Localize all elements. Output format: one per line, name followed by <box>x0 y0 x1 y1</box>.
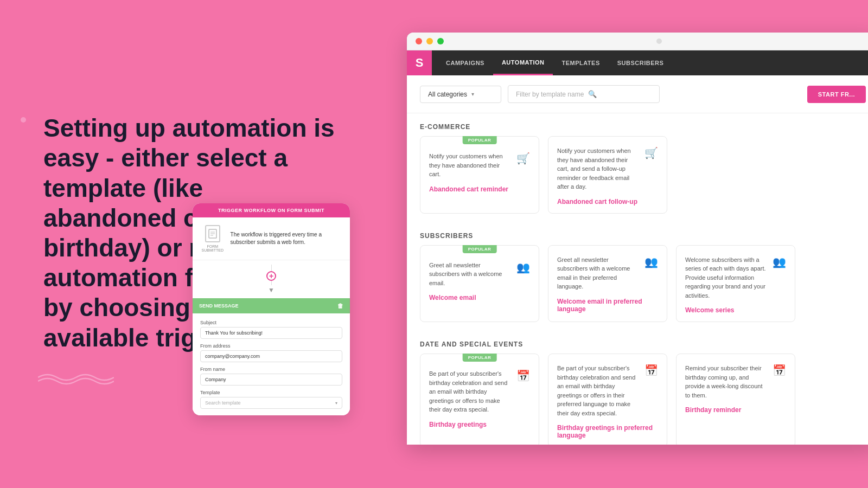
nav-items: CAMPAIGNS AUTOMATION TEMPLATES SUBSCRIBE… <box>432 50 672 75</box>
category-label: All categories <box>428 91 467 98</box>
browser-window: S CAMPAIGNS AUTOMATION TEMPLATES SUBSCRI… <box>407 33 868 445</box>
trigger-content: FORM SUBMITTED The workflow is triggered… <box>193 217 350 260</box>
dot-decoration <box>21 117 26 123</box>
subscribers-icon: 👥 <box>644 255 658 268</box>
card-title: Welcome series <box>685 306 786 314</box>
left-panel: Setting up automation is easy - either s… <box>0 0 380 488</box>
card-title: Abandoned cart reminder <box>429 185 530 193</box>
from-name-input[interactable]: Company <box>200 374 342 386</box>
card-top: Notify your customers when they have aba… <box>429 152 530 179</box>
category-select[interactable]: All categories ▾ <box>420 86 501 103</box>
card-top: Greet all newsletter subscribers with a … <box>429 261 530 288</box>
calendar-icon: 📅 <box>516 369 530 382</box>
app-logo[interactable]: S <box>407 50 432 75</box>
popular-badge: POPULAR <box>463 245 497 253</box>
template-card[interactable]: POPULAR Greet all newsletter subscribers… <box>420 245 539 323</box>
trigger-bar: TRIGGER WORKFLOW ON FORM SUBMIT <box>193 203 350 217</box>
chevron-down-icon: ▾ <box>471 91 474 97</box>
cart-icon: 🛒 <box>644 146 658 159</box>
trash-icon: 🗑 <box>337 303 343 309</box>
maximize-btn[interactable] <box>437 38 444 44</box>
filter-bar: All categories ▾ Filter by template name… <box>407 75 868 113</box>
wavy-lines-decoration <box>38 369 114 388</box>
form-submitted-label: FORM SUBMITTED <box>201 245 224 252</box>
arrow-down: ▼ <box>268 286 275 294</box>
card-desc: Notify your customers when they have aba… <box>429 152 516 179</box>
start-from-scratch-button[interactable]: START FR... <box>807 86 866 103</box>
form-fields: Subject Thank You for subscribing! From … <box>193 313 350 415</box>
ecommerce-section: E-COMMERCE POPULAR Notify your customers… <box>407 113 868 222</box>
from-address-input[interactable]: company@company.com <box>200 350 342 362</box>
template-card[interactable]: POPULAR Notify your customers when they … <box>420 136 539 214</box>
popular-badge: POPULAR <box>463 354 497 362</box>
template-card[interactable]: POPULAR Be part of your subscriber's bir… <box>420 354 539 445</box>
template-card[interactable]: Be part of your subscriber's birthday ce… <box>548 354 667 445</box>
plus-connector: + <box>266 271 276 281</box>
nav-automation[interactable]: AUTOMATION <box>493 50 553 75</box>
connector-line: + ▼ <box>193 260 350 298</box>
ecommerce-grid: POPULAR Notify your customers when they … <box>407 136 868 222</box>
close-btn[interactable] <box>416 38 422 44</box>
card-top: Notify your customers when they have aba… <box>557 146 658 191</box>
subscribers-header: SUBSCRIBERS <box>407 222 868 245</box>
template-card[interactable]: Remind your subscriber their birthday co… <box>676 354 795 445</box>
calendar-icon: 📅 <box>644 364 658 377</box>
card-desc: Notify your customers when they have aba… <box>557 146 644 191</box>
card-top: Be part of your subscriber's birthday ce… <box>557 364 658 418</box>
card-top: Welcome subscribers with a series of eac… <box>685 255 786 300</box>
template-card[interactable]: Greet all newsletter subscribers with a … <box>548 245 667 323</box>
card-top: Be part of your subscriber's birthday ce… <box>429 369 530 414</box>
card-title: Abandoned cart follow-up <box>557 198 658 206</box>
card-title: Birthday greetings in preferred language <box>557 424 658 439</box>
card-title: Welcome email in preferred language <box>557 298 658 313</box>
events-section: DATE AND SPECIAL EVENTS POPULAR Be part … <box>407 331 868 445</box>
nav-subscribers[interactable]: SUBSCRIBERS <box>609 50 673 75</box>
send-message-label: SEND MESSAGE <box>199 303 239 309</box>
trigger-desc: The workflow is triggered every time a s… <box>231 231 341 246</box>
chevron-down-icon: ▾ <box>335 401 337 406</box>
nav-campaigns[interactable]: CAMPAIGNS <box>437 50 493 75</box>
search-field[interactable]: Filter by template name 🔍 <box>508 85 660 103</box>
minimize-btn[interactable] <box>426 38 433 44</box>
content-area: All categories ▾ Filter by template name… <box>407 75 868 445</box>
card-desc: Greet all newsletter subscribers with a … <box>557 255 644 291</box>
subscribers-icon: 👥 <box>773 255 786 268</box>
app-nav: S CAMPAIGNS AUTOMATION TEMPLATES SUBSCRI… <box>407 50 868 75</box>
from-address-label: From address <box>200 343 342 349</box>
send-message-bar: SEND MESSAGE 🗑 <box>193 298 350 313</box>
template-card[interactable]: Notify your customers when they have aba… <box>548 136 667 214</box>
card-title: Birthday greetings <box>429 421 530 428</box>
card-desc: Remind your subscriber their birthday co… <box>685 364 773 400</box>
events-header: DATE AND SPECIAL EVENTS <box>407 331 868 354</box>
card-desc: Be part of your subscriber's birthday ce… <box>557 364 644 418</box>
subject-input[interactable]: Thank You for subscribing! <box>200 327 342 339</box>
browser-chrome <box>407 33 868 50</box>
card-desc: Be part of your subscriber's birthday ce… <box>429 369 516 414</box>
card-title: Welcome email <box>429 294 530 301</box>
card-desc: Welcome subscribers with a series of eac… <box>685 255 773 300</box>
nav-templates[interactable]: TEMPLATES <box>553 50 608 75</box>
calendar-icon: 📅 <box>773 364 786 377</box>
events-grid: POPULAR Be part of your subscriber's bir… <box>407 354 868 445</box>
template-select[interactable]: Search template ▾ <box>200 397 342 409</box>
workflow-card: TRIGGER WORKFLOW ON FORM SUBMIT FORM SUB… <box>193 203 350 415</box>
cart-icon: 🛒 <box>516 152 530 165</box>
url-dot <box>656 38 662 44</box>
form-icon-box: FORM SUBMITTED <box>201 225 224 252</box>
template-placeholder: Search template <box>205 400 241 406</box>
subject-label: Subject <box>200 320 342 325</box>
card-desc: Greet all newsletter subscribers with a … <box>429 261 516 288</box>
card-top: Remind your subscriber their birthday co… <box>685 364 786 400</box>
subscribers-section: SUBSCRIBERS POPULAR Greet all newsletter… <box>407 222 868 331</box>
subscribers-icon: 👥 <box>516 261 530 274</box>
form-icon <box>205 225 220 242</box>
popular-badge: POPULAR <box>463 136 497 144</box>
subscribers-grid: POPULAR Greet all newsletter subscribers… <box>407 245 868 331</box>
template-label: Template <box>200 390 342 395</box>
search-icon: 🔍 <box>588 90 597 98</box>
card-top: Greet all newsletter subscribers with a … <box>557 255 658 291</box>
from-name-label: From name <box>200 367 342 372</box>
search-placeholder: Filter by template name <box>516 91 584 98</box>
template-card[interactable]: Welcome subscribers with a series of eac… <box>676 245 795 323</box>
ecommerce-header: E-COMMERCE <box>407 113 868 136</box>
